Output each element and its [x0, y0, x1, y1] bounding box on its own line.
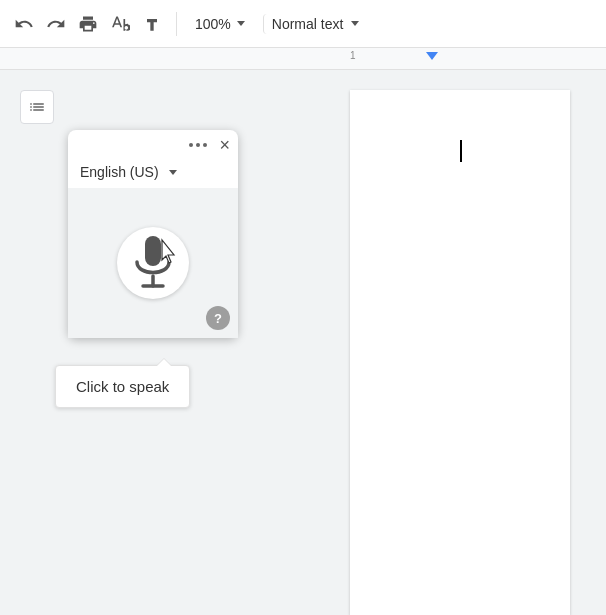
zoom-selector[interactable]: 100%: [189, 14, 251, 34]
style-chevron-icon: [351, 21, 359, 26]
zoom-value: 100%: [195, 16, 231, 32]
text-cursor: [460, 140, 462, 162]
voice-tooltip: Click to speak: [55, 365, 190, 408]
language-chevron-icon: [169, 170, 177, 175]
main-area: × English (US): [0, 70, 606, 615]
dot-2: [196, 143, 200, 147]
mic-area: ?: [68, 188, 238, 338]
format-button[interactable]: [140, 12, 164, 36]
style-label: Normal text: [272, 16, 344, 32]
dot-1: [189, 143, 193, 147]
ruler: 1: [0, 48, 606, 70]
undo-button[interactable]: [12, 12, 36, 36]
toolbar: 100% Normal text: [0, 0, 606, 48]
help-button[interactable]: ?: [206, 306, 230, 330]
document-list-button[interactable]: [20, 90, 54, 124]
spelling-button[interactable]: [108, 12, 132, 36]
dot-3: [203, 143, 207, 147]
mic-button[interactable]: [117, 227, 189, 299]
svg-rect-0: [145, 236, 161, 266]
document-area: [350, 70, 606, 615]
document-page[interactable]: [350, 90, 570, 615]
toolbar-divider-1: [176, 12, 177, 36]
print-button[interactable]: [76, 12, 100, 36]
mic-icon: [131, 234, 175, 292]
style-selector[interactable]: Normal text: [263, 14, 383, 34]
close-button[interactable]: ×: [219, 136, 230, 154]
voice-typing-popup: × English (US): [68, 130, 238, 338]
ruler-tab-stop: [426, 52, 438, 60]
tooltip-text: Click to speak: [76, 378, 169, 395]
redo-button[interactable]: [44, 12, 68, 36]
language-label: English (US): [80, 164, 159, 180]
language-selector[interactable]: English (US): [68, 160, 238, 188]
zoom-chevron-icon: [237, 21, 245, 26]
ruler-number: 1: [350, 50, 356, 61]
help-icon: ?: [214, 311, 222, 326]
popup-header: ×: [68, 130, 238, 160]
more-options-button[interactable]: [189, 143, 207, 147]
